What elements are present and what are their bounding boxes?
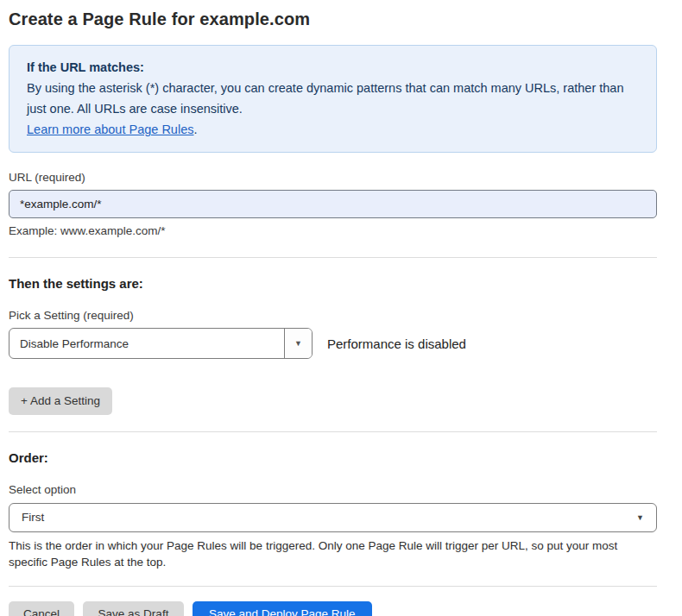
setting-picker-dropdown[interactable]: Disable Performance ▼ [9, 328, 313, 359]
info-box-body-text: By using the asterisk (*) character, you… [27, 81, 624, 116]
cancel-button[interactable]: Cancel [9, 601, 74, 616]
url-match-info-box: If the URL matches: By using the asteris… [9, 45, 657, 153]
save-as-draft-button[interactable]: Save as Draft [83, 601, 184, 616]
url-input[interactable] [9, 190, 657, 218]
order-select-label: Select option [9, 483, 657, 496]
footer-actions: Cancel Save as Draft Save and Deploy Pag… [9, 601, 657, 616]
order-helper-text: This is the order in which your Page Rul… [9, 537, 652, 570]
page-title: Create a Page Rule for example.com [9, 9, 657, 29]
divider [9, 257, 657, 258]
url-field-label: URL (required) [9, 171, 657, 184]
info-box-link-line: Learn more about Page Rules. [27, 119, 639, 140]
setting-status-text: Performance is disabled [327, 336, 466, 351]
settings-section-heading: Then the settings are: [9, 276, 657, 291]
link-period: . [193, 123, 197, 136]
add-setting-button[interactable]: + Add a Setting [9, 387, 112, 415]
setting-picker-arrow-button[interactable]: ▼ [284, 329, 312, 358]
page-rule-form: Create a Page Rule for example.com If th… [9, 9, 657, 616]
chevron-down-icon: ▼ [636, 513, 644, 522]
divider [9, 431, 657, 432]
divider [9, 586, 657, 587]
order-select-dropdown[interactable]: First ▼ [9, 503, 657, 532]
learn-more-link[interactable]: Learn more about Page Rules [27, 123, 193, 136]
order-select-value: First [22, 511, 44, 524]
info-box-body: By using the asterisk (*) character, you… [27, 78, 639, 119]
chevron-down-icon: ▼ [294, 339, 302, 348]
order-section-heading: Order: [9, 450, 657, 465]
setting-picker-row: Disable Performance ▼ Performance is dis… [9, 328, 657, 359]
info-box-heading: If the URL matches: [27, 57, 639, 78]
save-and-deploy-button[interactable]: Save and Deploy Page Rule [193, 601, 372, 616]
setting-picker-value: Disable Performance [9, 329, 284, 358]
pick-setting-label: Pick a Setting (required) [9, 309, 657, 322]
url-example-helper: Example: www.example.com/* [9, 224, 657, 237]
